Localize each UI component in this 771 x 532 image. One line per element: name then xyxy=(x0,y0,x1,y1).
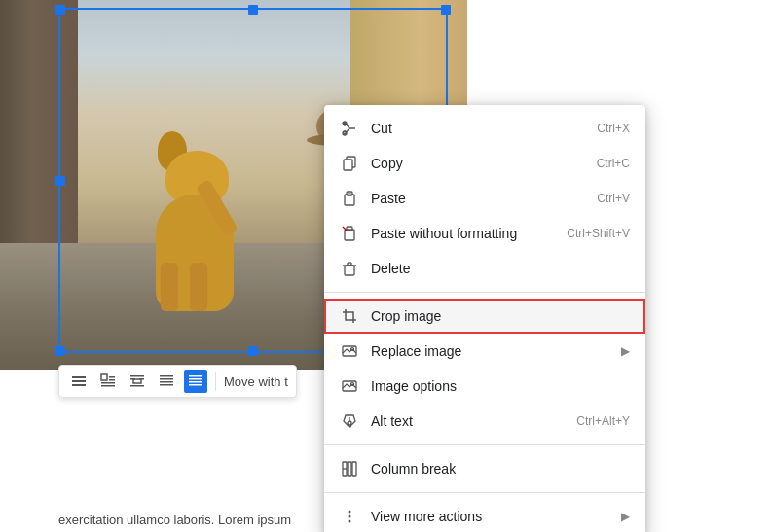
column-break-icon xyxy=(340,459,359,479)
svg-rect-4 xyxy=(109,376,115,378)
toolbar-break-icon[interactable] xyxy=(126,370,149,393)
svg-rect-8 xyxy=(130,375,144,377)
menu-item-paste[interactable]: Paste Ctrl+V xyxy=(324,181,645,216)
menu-delete-label: Delete xyxy=(371,261,614,276)
menu-item-view-more[interactable]: View more actions ▶ xyxy=(324,499,645,532)
svg-rect-19 xyxy=(189,381,202,383)
menu-item-alt-text[interactable]: Alt text Ctrl+Alt+Y xyxy=(324,404,645,439)
menu-divider-3 xyxy=(324,492,645,493)
handle-top-left[interactable] xyxy=(55,5,65,15)
toolbar-wrap-icon[interactable] xyxy=(96,370,120,393)
handle-bottom-left[interactable] xyxy=(55,346,65,356)
menu-divider-1 xyxy=(324,292,645,293)
svg-rect-7 xyxy=(101,385,115,387)
svg-point-49 xyxy=(349,520,351,523)
menu-cut-shortcut: Ctrl+X xyxy=(597,122,630,135)
paste-icon xyxy=(340,189,359,208)
svg-point-40 xyxy=(348,421,351,425)
menu-divider-2 xyxy=(324,444,645,445)
image-toolbar: Move with t xyxy=(58,365,297,398)
svg-rect-24 xyxy=(344,160,352,170)
replace-image-icon xyxy=(340,341,359,361)
delete-icon xyxy=(340,259,359,278)
menu-paste-noformat-shortcut: Ctrl+Shift+V xyxy=(567,227,630,240)
menu-copy-shortcut: Ctrl+C xyxy=(597,157,630,170)
svg-rect-15 xyxy=(160,381,173,383)
menu-paste-label: Paste xyxy=(371,191,581,206)
menu-image-options-label: Image options xyxy=(371,378,630,394)
menu-item-paste-noformat[interactable]: Paste without formatting Ctrl+Shift+V xyxy=(324,216,645,251)
menu-item-replace-image[interactable]: Replace image ▶ xyxy=(324,334,645,369)
handle-middle-left[interactable] xyxy=(55,176,65,186)
document-text: exercitation ullamco laboris. Lorem ipsu… xyxy=(58,513,291,527)
menu-paste-shortcut: Ctrl+V xyxy=(597,192,630,205)
svg-rect-45 xyxy=(352,462,356,476)
svg-rect-6 xyxy=(101,382,115,384)
menu-item-delete[interactable]: Delete xyxy=(324,251,645,286)
menu-item-cut[interactable]: Cut Ctrl+X xyxy=(324,111,645,146)
menu-item-column-break[interactable]: Column break xyxy=(324,451,645,486)
svg-rect-18 xyxy=(189,378,202,380)
handle-bottom-middle[interactable] xyxy=(248,346,258,356)
toolbar-behind-icon[interactable] xyxy=(155,370,178,393)
svg-rect-3 xyxy=(101,374,107,380)
menu-copy-label: Copy xyxy=(371,156,581,171)
svg-rect-2 xyxy=(72,384,86,386)
svg-rect-14 xyxy=(160,378,173,380)
svg-rect-13 xyxy=(160,375,173,377)
svg-rect-5 xyxy=(109,379,115,381)
svg-rect-31 xyxy=(345,266,354,275)
menu-alt-text-label: Alt text xyxy=(371,413,561,429)
image-options-icon xyxy=(340,376,359,396)
svg-rect-29 xyxy=(347,227,352,231)
svg-rect-27 xyxy=(348,193,351,195)
menu-replace-label: Replace image xyxy=(371,343,613,359)
menu-cut-label: Cut xyxy=(371,121,581,136)
svg-rect-11 xyxy=(133,379,141,383)
handle-top-right[interactable] xyxy=(441,5,451,15)
menu-column-break-label: Column break xyxy=(371,461,630,477)
svg-rect-1 xyxy=(72,380,86,382)
menu-item-copy[interactable]: Copy Ctrl+C xyxy=(324,146,645,181)
svg-rect-0 xyxy=(72,376,86,378)
svg-point-48 xyxy=(349,515,351,518)
toolbar-move-text: Move with t xyxy=(224,374,288,389)
scissors-icon xyxy=(340,119,359,138)
menu-paste-noformat-label: Paste without formatting xyxy=(371,226,551,241)
crop-icon xyxy=(340,306,359,326)
svg-rect-16 xyxy=(160,384,173,386)
view-more-arrow: ▶ xyxy=(621,510,630,523)
alt-text-icon xyxy=(340,411,359,431)
svg-point-47 xyxy=(349,511,351,514)
handle-top-middle[interactable] xyxy=(248,5,258,15)
menu-crop-label: Crop image xyxy=(371,308,630,324)
copy-icon xyxy=(340,154,359,173)
context-menu: Cut Ctrl+X Copy Ctrl+C Paste Ctrl+V Past… xyxy=(324,105,645,532)
svg-rect-12 xyxy=(130,385,144,387)
menu-item-crop-image[interactable]: Crop image xyxy=(324,299,645,334)
svg-rect-44 xyxy=(348,462,351,476)
toolbar-divider xyxy=(215,372,216,391)
menu-view-more-label: View more actions xyxy=(371,509,613,524)
toolbar-inline-icon[interactable] xyxy=(67,370,91,393)
toolbar-front-icon[interactable] xyxy=(184,370,207,393)
svg-rect-20 xyxy=(189,384,202,386)
menu-alt-text-shortcut: Ctrl+Alt+Y xyxy=(576,414,630,428)
svg-rect-17 xyxy=(189,375,202,377)
more-actions-icon xyxy=(340,507,359,526)
replace-image-arrow: ▶ xyxy=(621,344,630,358)
menu-item-image-options[interactable]: Image options xyxy=(324,369,645,404)
paste-noformat-icon xyxy=(340,224,359,243)
